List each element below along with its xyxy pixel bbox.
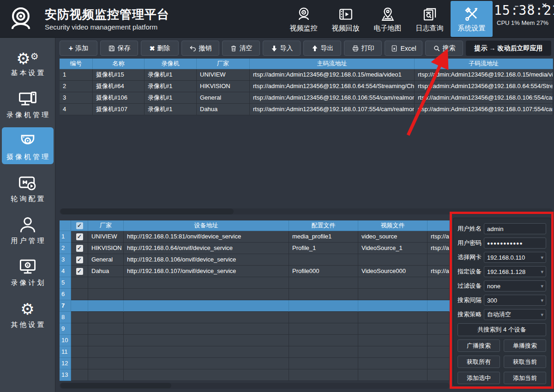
device-table-hscrollbar[interactable] — [60, 383, 450, 389]
panel-button[interactable]: 添加选中 — [458, 372, 500, 384]
cell — [428, 358, 450, 369]
table-row[interactable]: 1摄像机#15录像机#1UNIVIEWrtsp://admin:Admin123… — [60, 69, 553, 81]
cell: rtsp://admin:Admin123456@192.168.0.107:5… — [415, 104, 553, 115]
field-select[interactable]: 300▾ — [484, 295, 546, 306]
cell: Dahua — [197, 104, 250, 115]
device-table-row[interactable]: 7 — [60, 300, 450, 312]
device-table-row[interactable]: 5 — [60, 277, 450, 289]
field-label: 指定设备 — [458, 267, 484, 276]
toolbar-button-1[interactable]: +添加 — [60, 41, 97, 56]
maximize-button[interactable]: □ — [524, 1, 537, 10]
device-table-row[interactable]: 10 — [60, 335, 450, 346]
chevron-down-icon: ▾ — [541, 255, 543, 261]
toolbar-button-6[interactable]: 导入 — [263, 41, 301, 56]
nav-item-5[interactable]: 系统设置 — [451, 1, 493, 37]
sidebar-item-1[interactable]: ⚙⚙基本设置 — [2, 43, 54, 80]
device-scrollbar-thumb[interactable] — [60, 383, 171, 388]
cell: rtsp://admin:Admin123456@192.168.0.106:5… — [250, 92, 415, 104]
cell — [358, 277, 428, 289]
field-input[interactable]: admin — [484, 223, 546, 234]
table-row[interactable]: 2摄像机#64录像机#1HIKVISIONrtsp://admin:Admin1… — [60, 81, 553, 92]
minimize-button[interactable]: – — [510, 1, 524, 10]
table-row[interactable]: 3摄像机#106录像机#1Generalrtsp://admin:Admin12… — [60, 92, 553, 104]
checkbox-cell — [71, 300, 88, 312]
panel-field-1: 用户姓名admin — [458, 223, 546, 234]
row-checkbox[interactable]: ✓ — [76, 268, 83, 275]
checkbox-cell: ✓ — [71, 254, 88, 266]
panel-button[interactable]: 获取所有 — [458, 356, 500, 368]
field-label: 用户密码 — [458, 239, 484, 247]
cell — [124, 323, 289, 335]
cell: video_source — [358, 231, 428, 243]
device-table-row[interactable]: 4✓Dahuahttp://192.168.0.107/onvif/device… — [60, 266, 450, 277]
sidebar: ⚙⚙基本设置录像机管理摄像机管理轮询配置用户管理录像计划⚙其他设置 — [0, 38, 55, 392]
field-input[interactable]: ●●●●●●●●●●● — [484, 238, 546, 249]
close-button[interactable]: × — [537, 1, 551, 10]
device-table-row[interactable]: 3✓Generalhttp://192.168.0.106/onvif/devi… — [60, 254, 450, 266]
cell — [124, 300, 289, 312]
panel-button[interactable]: 单播搜索 — [504, 339, 546, 352]
row-number: 5 — [60, 277, 71, 289]
toolbar-button-label: 打印 — [361, 44, 374, 53]
field-select[interactable]: none▾ — [484, 280, 546, 291]
sidebar-item-4[interactable]: 轮询配置 — [2, 169, 54, 206]
panel-button[interactable]: 添加当前 — [504, 372, 546, 384]
search-icon — [433, 45, 440, 52]
device-table-row[interactable]: 13 — [60, 369, 450, 381]
nav-item-4[interactable]: 日志查询 — [409, 1, 451, 37]
field-select[interactable]: 192.168.0.110▾ — [484, 252, 546, 263]
toolbar-button-2[interactable]: 保存 — [100, 41, 138, 56]
device-table-row[interactable]: 1✓UNIVIEWhttp://192.168.0.15:81/onvif/de… — [60, 231, 450, 243]
toolbar-button-7[interactable]: 导出 — [303, 41, 341, 56]
sidebar-item-label: 录像机管理 — [5, 111, 50, 119]
toolbar-button-3[interactable]: ✖删除 — [141, 41, 179, 56]
cell: media_profile1 — [289, 231, 358, 243]
sidebar-item-5[interactable]: 用户管理 — [2, 211, 54, 248]
device-table-row[interactable]: 9 — [60, 323, 450, 335]
toolbar-button-9[interactable]: Excel — [385, 41, 422, 56]
panel-field-6: 搜索间隔300▾ — [458, 295, 546, 306]
row-number: 7 — [60, 300, 71, 312]
cell — [428, 254, 450, 266]
nav-item-1[interactable]: 视频监控 — [283, 1, 325, 37]
toolbar-button-label: 撤销 — [199, 44, 212, 53]
cell — [289, 323, 358, 335]
panel-button[interactable]: 获取当前 — [504, 356, 546, 368]
nav-item-3[interactable]: 电子地图 — [367, 1, 409, 37]
gears-icon: ⚙⚙ — [16, 47, 38, 67]
nav-item-label: 日志查询 — [416, 24, 444, 33]
sidebar-item-2[interactable]: 录像机管理 — [2, 85, 54, 122]
device-table-row[interactable]: 11 — [60, 346, 450, 358]
device-table-row[interactable]: 2✓HIKVISIONhttp://192.168.0.64/onvif/dev… — [60, 243, 450, 254]
nav-item-2[interactable]: 视频回放 — [325, 1, 367, 37]
toolbar-button-label: 搜索 — [443, 44, 456, 53]
sidebar-item-3[interactable]: 摄像机管理 — [2, 127, 54, 164]
panel-button[interactable]: 广播搜索 — [458, 339, 500, 352]
toolbar-button-8[interactable]: 打印 — [344, 41, 382, 56]
device-table-row[interactable]: 6 — [60, 289, 450, 300]
cell: rtsp://a — [428, 231, 450, 243]
row-checkbox[interactable]: ✓ — [76, 233, 83, 240]
sidebar-item-7[interactable]: ⚙其他设置 — [2, 295, 54, 332]
toolbar-button-5[interactable]: 清空 — [222, 41, 260, 56]
row-checkbox[interactable]: ✓ — [76, 245, 83, 252]
camera-scrollbar-thumb[interactable] — [60, 208, 234, 214]
cell — [428, 289, 450, 300]
camera-table-hscrollbar[interactable] — [60, 208, 553, 214]
device-table-row[interactable]: 8 — [60, 312, 450, 323]
row-checkbox[interactable]: ✓ — [76, 256, 83, 263]
sidebar-item-6[interactable]: 录像计划 — [2, 253, 54, 290]
header-checkbox[interactable]: ✓ — [76, 222, 83, 229]
table-row[interactable]: 4摄像机#107录像机#1Dahuartsp://admin:Admin1234… — [60, 104, 553, 115]
device-table-row[interactable]: 12 — [60, 358, 450, 369]
toolbar-button-4[interactable]: 撤销 — [181, 41, 219, 56]
cell — [358, 335, 428, 346]
toolbar-button-label: Excel — [400, 45, 416, 52]
print-icon — [352, 45, 359, 52]
excel-icon — [391, 45, 398, 52]
toolbar-button-10[interactable]: 搜索 — [425, 41, 463, 56]
cell — [358, 300, 428, 312]
field-select[interactable]: 192.168.1.128▾ — [484, 266, 546, 277]
nav-item-label: 电子地图 — [374, 24, 402, 33]
field-select[interactable]: 自动清空▾ — [484, 309, 546, 320]
